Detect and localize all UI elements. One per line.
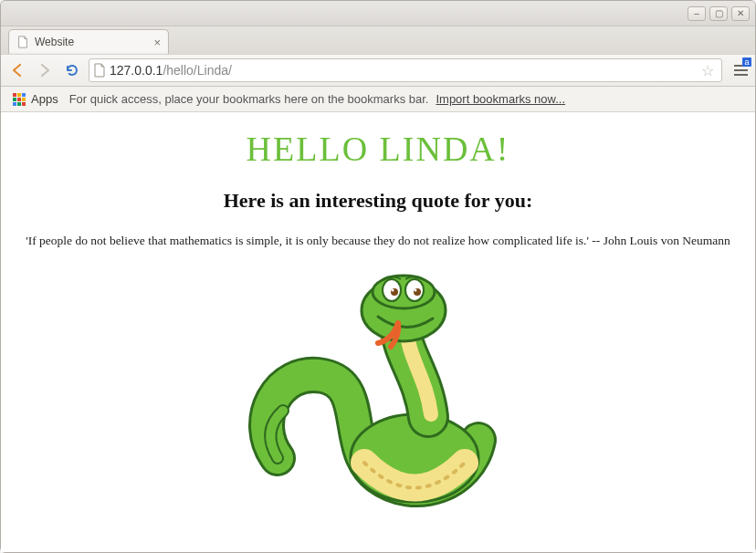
- browser-tab[interactable]: Website ×: [8, 29, 169, 54]
- bookmarks-hint: For quick access, place your bookmarks h…: [69, 92, 429, 106]
- close-icon: ✕: [737, 8, 744, 18]
- window-titlebar: – ▢ ✕: [1, 1, 755, 26]
- svg-rect-4: [17, 98, 21, 101]
- svg-rect-1: [17, 93, 21, 97]
- page-icon: [16, 36, 29, 48]
- window-close-button[interactable]: ✕: [731, 6, 750, 21]
- svg-rect-8: [22, 102, 26, 106]
- browser-window: – ▢ ✕ Website ×: [0, 0, 756, 553]
- reload-icon: [64, 62, 80, 78]
- tab-close-icon[interactable]: ×: [153, 36, 161, 49]
- page-icon: [93, 63, 106, 78]
- apps-grid-icon: [12, 92, 26, 107]
- back-icon: [9, 62, 26, 78]
- tab-title: Website: [35, 36, 148, 48]
- hamburger-icon: [734, 74, 748, 76]
- page-heading: Hello Linda!: [14, 129, 742, 169]
- quote-text: 'If people do not believe that mathemati…: [17, 233, 739, 250]
- chrome-menu-button[interactable]: a: [731, 59, 750, 81]
- bookmark-star-icon[interactable]: ☆: [698, 62, 718, 79]
- maximize-icon: ▢: [715, 8, 723, 18]
- window-maximize-button[interactable]: ▢: [709, 6, 728, 21]
- snake-illustration: [241, 266, 515, 522]
- reload-button[interactable]: [61, 59, 83, 81]
- address-text: 127.0.0.1/hello/Linda/: [110, 63, 694, 78]
- hamburger-icon: [734, 69, 748, 71]
- browser-toolbar: 127.0.0.1/hello/Linda/ ☆ a: [1, 54, 755, 87]
- back-button[interactable]: [6, 59, 28, 81]
- forward-icon: [37, 62, 53, 78]
- address-path: /hello/Linda/: [163, 63, 232, 78]
- import-bookmarks-link[interactable]: Import bookmarks now...: [436, 92, 565, 106]
- bookmarks-bar: Apps For quick access, place your bookma…: [1, 87, 755, 112]
- minimize-icon: –: [694, 8, 699, 18]
- svg-point-16: [392, 288, 394, 291]
- page-viewport: Hello Linda! Here is an interesting quot…: [1, 112, 755, 552]
- apps-label: Apps: [31, 92, 58, 106]
- address-bar[interactable]: 127.0.0.1/hello/Linda/ ☆: [89, 58, 722, 82]
- illustration-wrap: [14, 266, 742, 522]
- menu-badge: a: [742, 57, 751, 67]
- address-host: 127.0.0.1: [110, 63, 163, 78]
- tab-strip: Website ×: [1, 26, 755, 54]
- svg-rect-5: [22, 98, 26, 101]
- svg-point-17: [415, 288, 417, 291]
- page-subheading: Here is an interesting quote for you:: [14, 189, 742, 213]
- svg-rect-7: [17, 102, 21, 106]
- forward-button[interactable]: [34, 59, 56, 81]
- apps-button[interactable]: Apps: [8, 90, 62, 109]
- svg-rect-2: [22, 93, 26, 97]
- svg-rect-6: [13, 102, 16, 106]
- svg-rect-3: [13, 98, 16, 101]
- window-minimize-button[interactable]: –: [688, 6, 706, 21]
- svg-rect-0: [13, 93, 16, 97]
